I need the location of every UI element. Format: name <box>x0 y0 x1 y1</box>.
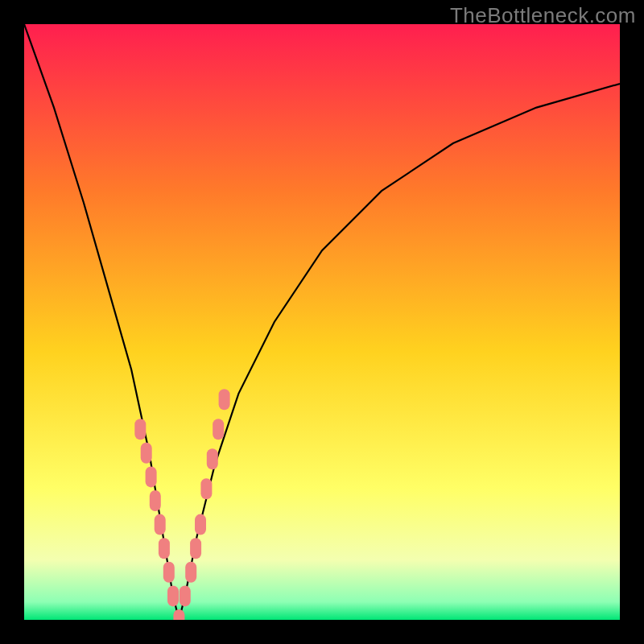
marker <box>159 538 170 559</box>
marker <box>134 419 146 440</box>
marker <box>163 562 175 583</box>
chart-frame: TheBottleneck.com <box>0 0 644 644</box>
bottleneck-curve <box>24 24 620 620</box>
marker <box>195 514 206 535</box>
marker-group <box>134 389 229 620</box>
plot-area <box>24 24 620 620</box>
marker <box>219 389 230 410</box>
marker <box>190 538 201 559</box>
marker <box>141 443 152 464</box>
watermark-text: TheBottleneck.com <box>450 3 636 28</box>
marker <box>173 609 184 620</box>
marker <box>213 419 224 440</box>
marker <box>207 448 218 469</box>
marker <box>180 585 191 606</box>
marker <box>155 514 166 535</box>
bottleneck-curve-layer <box>24 24 620 620</box>
marker <box>200 478 212 499</box>
marker <box>167 585 179 606</box>
marker <box>185 562 196 583</box>
marker <box>146 466 157 487</box>
marker <box>150 490 161 511</box>
